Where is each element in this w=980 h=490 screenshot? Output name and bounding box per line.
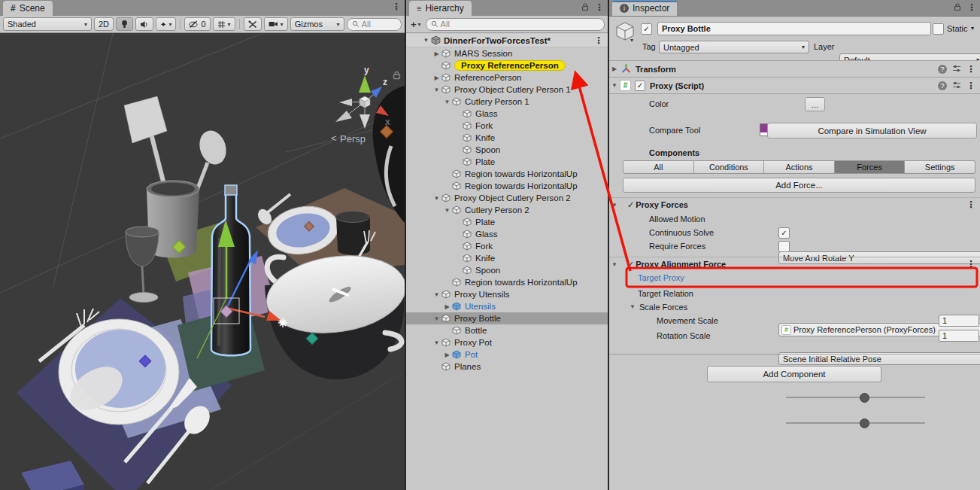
foldout-closed-icon[interactable]: ▶ <box>442 352 452 358</box>
hierarchy-item-proxy-utensils[interactable]: ▼Proxy Utensils <box>406 288 608 300</box>
foldout-open-icon[interactable]: ▼ <box>627 303 638 310</box>
dark-object-right[interactable] <box>373 86 405 223</box>
plate-left[interactable] <box>59 319 179 425</box>
component-tab-settings[interactable]: Settings <box>905 160 975 174</box>
shading-mode-dropdown[interactable]: Shaded▾ <box>3 17 92 31</box>
hierarchy-item-fork[interactable]: Fork <box>406 120 608 132</box>
kebab-icon[interactable]: ⋮ <box>967 3 976 12</box>
wine-glass[interactable] <box>126 227 159 303</box>
kebab-icon[interactable]: ⋮ <box>594 35 603 46</box>
transform-component-header[interactable]: ▶ Transform ? ⋮ <box>609 60 980 78</box>
hierarchy-search-input[interactable]: All <box>426 18 605 31</box>
lighting-toggle-button[interactable] <box>116 17 133 31</box>
kebab-icon[interactable]: ⋮ <box>966 260 975 269</box>
foldout-open-icon[interactable]: ▼ <box>432 87 441 93</box>
foldout-open-icon[interactable]: ▼ <box>609 261 620 268</box>
hierarchy-item-plate[interactable]: Plate <box>406 216 608 228</box>
hierarchy-item-proxy-object-cutlery-person-2[interactable]: ▼Proxy Object Cutlery Person 2 <box>406 192 608 204</box>
presets-icon[interactable] <box>952 81 961 91</box>
foldout-open-icon[interactable]: ▼ <box>432 195 441 202</box>
create-object-button[interactable]: + ▾ <box>409 19 423 30</box>
blue-box[interactable] <box>21 461 84 490</box>
tab-inspector[interactable]: i Inspector <box>612 1 677 16</box>
scene-lock-icon[interactable] <box>394 72 400 78</box>
rotation-scale-field[interactable]: 1 <box>939 330 979 342</box>
2d-toggle-button[interactable]: 2D <box>94 17 114 31</box>
foldout-open-icon[interactable]: ▼ <box>442 99 452 105</box>
lock-icon[interactable] <box>581 2 589 13</box>
add-component-button[interactable]: Add Component <box>707 366 881 382</box>
foldout-closed-icon[interactable]: ▶ <box>432 75 441 81</box>
pot[interactable] <box>262 248 405 380</box>
scene-viewport[interactable]: y z x < Persp <box>0 33 405 490</box>
component-enabled-checkbox[interactable]: ✓ <box>635 81 645 91</box>
hierarchy-item-glass[interactable]: Glass <box>406 228 608 240</box>
kebab-icon[interactable]: ⋮ <box>966 81 975 90</box>
rotation-scale-slider[interactable] <box>786 418 925 428</box>
tab-hierarchy[interactable]: ≡ Hierarchy <box>409 1 472 16</box>
grid-visibility-dropdown[interactable]: ▾ <box>213 17 235 31</box>
proxy-alignment-force-header[interactable]: ▼ ✓ Proxy Alignment Force ⋮ <box>609 257 980 271</box>
add-force-button[interactable]: Add Force... <box>623 178 975 193</box>
panel-splitter[interactable] <box>405 0 406 490</box>
foldout-closed-icon[interactable]: ▶ <box>609 65 620 72</box>
scene-visibility-button[interactable]: 0 <box>184 17 210 31</box>
hierarchy-item-proxy-pot[interactable]: ▼Proxy Pot <box>406 336 608 348</box>
component-tab-all[interactable]: All <box>623 160 694 174</box>
component-tools-button[interactable] <box>244 17 262 31</box>
kebab-icon[interactable]: ⋮ <box>966 65 975 74</box>
require-forces-checkbox[interactable] <box>778 241 790 252</box>
hierarchy-item-dinnerfortwoforcestest[interactable]: ▼DinnerForTwoForcesTest*⋮ <box>406 34 608 47</box>
proxy-forces-header[interactable]: ▼ ✓ Proxy Forces ⋮ <box>609 197 980 212</box>
tag-dropdown[interactable]: Untagged▾ <box>659 41 809 53</box>
kebab-icon[interactable]: ⋮ <box>392 2 401 11</box>
color-more-button[interactable]: ... <box>805 97 825 111</box>
camera-dropdown[interactable]: ▾ <box>264 17 288 31</box>
hierarchy-item-knife[interactable]: Knife <box>406 132 608 144</box>
scene-search-input[interactable]: All <box>347 18 402 31</box>
static-dropdown[interactable]: ▾ <box>971 25 974 32</box>
foldout-closed-icon[interactable]: ▶ <box>432 50 441 57</box>
hierarchy-item-spoon[interactable]: Spoon <box>406 144 608 156</box>
hierarchy-item-proxy-bottle[interactable]: ▼Proxy Bottle <box>406 312 608 324</box>
component-tab-forces[interactable]: Forces <box>835 160 906 174</box>
audio-toggle-button[interactable] <box>135 17 153 31</box>
gameobject-cube-icon[interactable]: ▾ <box>615 21 635 44</box>
lock-icon[interactable] <box>954 2 961 13</box>
foldout-open-icon[interactable]: ▼ <box>421 37 431 44</box>
foldout-open-icon[interactable]: ▼ <box>432 291 441 298</box>
hierarchy-item-pot[interactable]: ▶Pot <box>406 348 608 361</box>
tab-scene[interactable]: # Scene <box>3 1 53 16</box>
hierarchy-item-knife[interactable]: Knife <box>406 252 608 264</box>
hierarchy-item-glass[interactable]: Glass <box>406 108 608 120</box>
hierarchy-item-plate[interactable]: Plate <box>406 156 608 168</box>
foldout-open-icon[interactable]: ▼ <box>432 339 441 346</box>
hierarchy-item-cutlery-person-2[interactable]: ▼Cutlery Person 2 <box>406 204 608 216</box>
help-icon[interactable]: ? <box>938 81 947 90</box>
component-tab-actions[interactable]: Actions <box>764 160 835 174</box>
panel-splitter[interactable] <box>608 0 609 490</box>
active-checkbox[interactable]: ✓ <box>641 23 652 35</box>
hierarchy-item-bottle[interactable]: Bottle <box>406 324 608 336</box>
hierarchy-item-fork[interactable]: Fork <box>406 240 608 252</box>
presets-icon[interactable] <box>952 64 961 75</box>
continuous-solve-checkbox[interactable]: ✓ <box>778 227 790 239</box>
hierarchy-item-cutlery-person-1[interactable]: ▼Cutlery Person 1 <box>406 96 608 108</box>
foldout-open-icon[interactable]: ▼ <box>442 207 452 214</box>
foldout-closed-icon[interactable]: ▶ <box>442 303 452 310</box>
hierarchy-item-mars-session[interactable]: ▶MARS Session <box>406 47 608 59</box>
gameobject-name-field[interactable]: Proxy Bottle <box>657 22 931 35</box>
proxy-script-header[interactable]: ▼ # ✓ Proxy (Script) ? ⋮ <box>609 77 980 94</box>
hierarchy-item-referenceperson[interactable]: ▶ReferencePerson <box>406 72 608 84</box>
help-icon[interactable]: ? <box>938 65 947 74</box>
foldout-open-icon[interactable]: ▼ <box>609 82 620 89</box>
effects-dropdown[interactable]: ✦▾ <box>156 17 176 31</box>
kebab-icon[interactable]: ⋮ <box>595 3 604 12</box>
gizmos-dropdown[interactable]: Gizmos▾ <box>290 17 344 31</box>
hierarchy-item-planes[interactable]: Planes <box>406 361 608 373</box>
hierarchy-item-proxy-object-cutlery-person-1[interactable]: ▼Proxy Object Cutlery Person 1 <box>406 84 608 96</box>
compare-simulation-button[interactable]: Compare in Simulation View <box>767 123 977 138</box>
foldout-open-icon[interactable]: ▼ <box>609 202 620 208</box>
kebab-icon[interactable]: ⋮ <box>966 200 975 209</box>
hierarchy-item-region-towards-horizontalup[interactable]: Region towards HorizontalUp <box>406 276 608 288</box>
